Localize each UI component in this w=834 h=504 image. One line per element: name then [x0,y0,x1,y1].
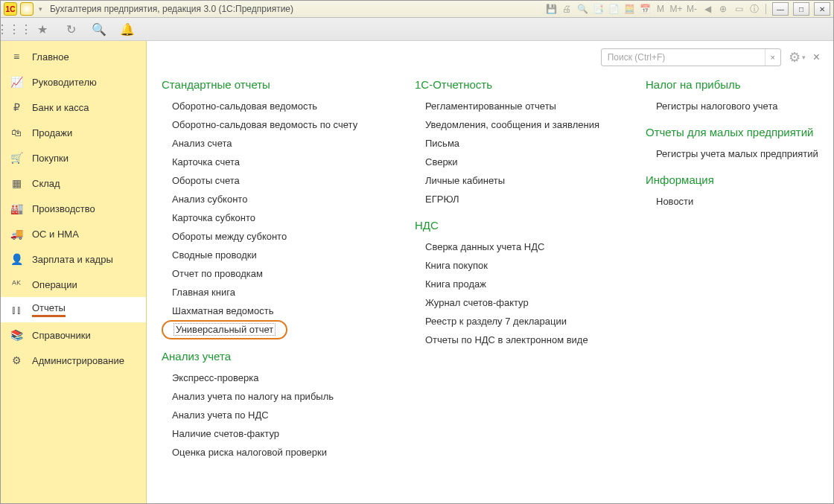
window-maximize-button[interactable]: □ [793,2,809,16]
sidebar-item-label: Производство [32,203,95,214]
title-dropdown-icon[interactable]: ▾ [36,5,44,13]
report-link[interactable]: Книга продаж [425,275,616,293]
sidebar-item-label: Покупки [32,153,69,164]
report-link[interactable]: Книга покупок [425,256,616,275]
report-link[interactable]: Уведомления, сообщения и заявления [425,115,616,134]
section: Налог на прибыльРегистры налогового учет… [646,78,833,115]
report-link[interactable]: Наличие счетов-фактур [172,424,385,443]
report-link[interactable]: Отчеты по НДС в электронном виде [425,331,616,349]
sidebar-item-admin[interactable]: ⚙Администрирование [1,348,146,373]
sidebar-item-sales[interactable]: 🛍Продажи [1,120,146,145]
sidebar: ≡Главное📈Руководителю₽Банк и касса🛍Прода… [1,41,147,503]
window-titlebar: 1C ▾ Бухгалтерия предприятия, редакция 3… [1,1,833,18]
section: Стандартные отчетыОборотно-сальдовая вед… [162,78,385,339]
sidebar-item-label: Справочники [32,330,91,341]
preview-icon[interactable]: 🔍 [576,2,589,16]
report-link[interactable]: Регистры налогового учета [656,97,833,115]
window-minimize-button[interactable]: — [772,2,789,16]
report-link[interactable]: Новости [656,192,833,211]
sidebar-item-hr[interactable]: 👤Зарплата и кадры [1,246,146,272]
report-link[interactable]: Обороты между субконто [172,227,385,246]
report-link[interactable]: Сверки [425,153,616,171]
settings-gear-icon[interactable]: ⚙▾ [789,49,806,66]
report-link[interactable]: Реестр к разделу 7 декларации [425,312,616,331]
layout-icon[interactable]: ▭ [732,2,745,16]
report-link[interactable]: Карточка счета [172,153,385,171]
report-link[interactable]: Обороты счета [172,171,385,190]
search-input[interactable] [602,52,765,63]
sidebar-item-refbooks[interactable]: 📚Справочники [1,322,146,348]
save-icon[interactable]: 💾 [544,2,558,16]
report-link[interactable]: Шахматная ведомость [172,302,385,320]
star-icon[interactable]: ★ [34,20,51,38]
calc-icon[interactable]: 🧮 [623,2,636,16]
calendar-icon[interactable]: 📅 [638,2,652,16]
zoom-icon[interactable]: ⊕ [716,2,730,16]
info-icon[interactable]: ⓘ [748,2,761,16]
search-icon[interactable]: 🔍 [90,20,108,38]
sidebar-item-bank-icon: ₽ [10,101,23,113]
sidebar-item-purchases[interactable]: 🛒Покупки [1,145,146,170]
sidebar-item-purchases-icon: 🛒 [10,152,23,164]
section-heading: Информация [646,173,833,186]
report-link[interactable]: Универсальный отчет [172,320,385,339]
compare-icon[interactable]: 📑 [591,2,605,16]
panel-close-button[interactable]: × [813,51,820,64]
m-icon[interactable]: M [654,2,667,16]
m-minus-icon[interactable]: M- [685,2,698,16]
sidebar-item-warehouse[interactable]: ▦Склад [1,170,146,196]
sidebar-item-label: Операции [32,279,77,290]
report-link[interactable]: Экспресс-проверка [172,369,385,387]
sidebar-item-chief[interactable]: 📈Руководителю [1,69,146,95]
report-link[interactable]: Оборотно-сальдовая ведомость [172,97,385,115]
search-box[interactable]: × [601,48,781,66]
report-link[interactable]: Анализ субконто [172,190,385,208]
report-link[interactable]: Анализ учета по НДС [172,406,385,424]
apps-icon[interactable]: ⋮⋮⋮ [5,20,23,38]
report-link[interactable]: ЕГРЮЛ [425,190,616,208]
sidebar-item-label: Руководителю [32,77,97,88]
report-link[interactable]: Письма [425,134,616,153]
report-link[interactable]: Сводные проводки [172,246,385,264]
bell-icon[interactable]: 🔔 [118,20,136,38]
report-link[interactable]: Сверка данных учета НДС [425,237,616,256]
sidebar-item-reports-icon: ⫿⫿ [10,304,23,316]
report-link[interactable]: Отчет по проводкам [172,264,385,283]
window-close-button[interactable]: ✕ [814,2,830,16]
highlighted-report[interactable]: Универсальный отчет [162,320,287,339]
sidebar-item-refbooks-icon: 📚 [10,329,23,341]
report-link[interactable]: Регистры учета малых предприятий [656,144,833,163]
sidebar-item-label: Продажи [32,127,72,138]
sidebar-item-assets[interactable]: 🚚ОС и НМА [1,221,146,246]
report-link[interactable]: Главная книга [172,283,385,302]
sidebar-item-admin-icon: ⚙ [10,354,23,366]
sidebar-item-hr-icon: 👤 [10,253,23,265]
sidebar-item-bank[interactable]: ₽Банк и касса [1,95,146,120]
back-icon[interactable]: ◀ [701,2,714,16]
report-link[interactable]: Оборотно-сальдовая ведомость по счету [172,115,385,134]
app-badge-1c: 1C [4,2,17,16]
sidebar-item-chief-icon: 📈 [10,76,23,88]
history-icon[interactable]: ↻ [62,20,80,38]
search-clear-button[interactable]: × [765,49,780,66]
report-link[interactable]: Карточка субконто [172,208,385,227]
report-link[interactable]: Анализ счета [172,134,385,153]
sidebar-item-production[interactable]: 🏭Производство [1,196,146,221]
sidebar-item-label: Зарплата и кадры [32,254,113,265]
doc-icon[interactable]: 📄 [607,2,620,16]
report-link[interactable]: Регламентированные отчеты [425,97,616,115]
report-link[interactable]: Анализ учета по налогу на прибыль [172,387,385,406]
section-heading: 1С-Отчетность [415,78,616,91]
sidebar-item-operations-icon: ᴬᴷ [10,278,23,290]
separator [765,4,766,14]
section-heading: НДС [415,219,616,232]
print-icon[interactable]: 🖨 [560,2,573,16]
sidebar-item-operations[interactable]: ᴬᴷОперации [1,272,146,297]
app-badge-dot [20,2,34,16]
report-link[interactable]: Оценка риска налоговой проверки [172,443,385,462]
sidebar-item-main[interactable]: ≡Главное [1,44,146,69]
m-plus-icon[interactable]: M+ [669,2,683,16]
report-link[interactable]: Журнал счетов-фактур [425,293,616,312]
report-link[interactable]: Личные кабинеты [425,171,616,190]
sidebar-item-reports[interactable]: ⫿⫿Отчеты [1,297,146,322]
